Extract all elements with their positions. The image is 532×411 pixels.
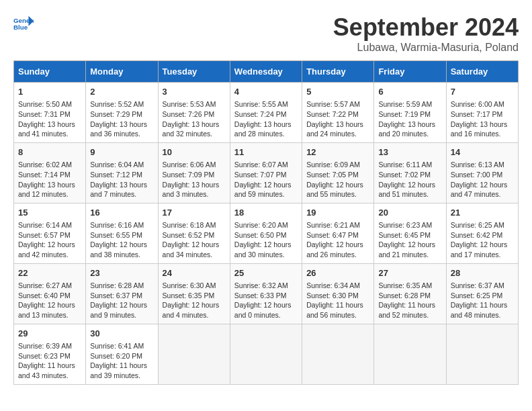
calendar-cell: 7Sunrise: 6:00 AMSunset: 7:17 PMDaylight… bbox=[446, 83, 518, 143]
sunset-text: Sunset: 7:12 PM bbox=[90, 171, 142, 179]
svg-text:Blue: Blue bbox=[13, 24, 28, 31]
sunset-text: Sunset: 7:14 PM bbox=[18, 171, 71, 179]
sunset-text: Sunset: 6:25 PM bbox=[451, 291, 503, 300]
sunset-text: Sunset: 6:47 PM bbox=[306, 231, 359, 239]
sunrise-text: Sunrise: 6:07 AM bbox=[234, 161, 288, 169]
sunrise-text: Sunrise: 6:14 AM bbox=[18, 221, 72, 229]
calendar-cell: 14Sunrise: 6:13 AMSunset: 7:00 PMDayligh… bbox=[446, 142, 518, 203]
sunrise-text: Sunrise: 6:25 AM bbox=[451, 221, 504, 229]
location-title: Lubawa, Warmia-Masuria, Poland bbox=[333, 42, 519, 54]
sunset-text: Sunset: 7:09 PM bbox=[163, 171, 215, 179]
day-number: 20 bbox=[378, 207, 441, 219]
sunset-text: Sunset: 7:00 PM bbox=[451, 171, 503, 179]
sunset-text: Sunset: 7:24 PM bbox=[234, 110, 287, 118]
day-number: 9 bbox=[90, 146, 153, 158]
daylight-text: Daylight: 12 hours and 17 minutes. bbox=[451, 240, 508, 259]
day-number: 21 bbox=[451, 207, 514, 219]
sunrise-text: Sunrise: 6:09 AM bbox=[306, 161, 360, 169]
sunrise-text: Sunrise: 6:13 AM bbox=[451, 161, 504, 169]
day-number: 24 bbox=[163, 267, 226, 279]
calendar-cell: 27Sunrise: 6:35 AMSunset: 6:28 PMDayligh… bbox=[374, 263, 446, 324]
day-number: 22 bbox=[18, 267, 81, 279]
sunrise-text: Sunrise: 6:39 AM bbox=[18, 342, 72, 350]
day-number: 1 bbox=[18, 86, 81, 98]
daylight-text: Daylight: 12 hours and 26 minutes. bbox=[306, 240, 363, 259]
day-number: 30 bbox=[90, 328, 153, 340]
day-number: 27 bbox=[378, 267, 441, 279]
sunset-text: Sunset: 7:07 PM bbox=[234, 171, 287, 179]
daylight-text: Daylight: 12 hours and 34 minutes. bbox=[163, 240, 220, 259]
daylight-text: Daylight: 13 hours and 16 minutes. bbox=[451, 120, 508, 138]
daylight-text: Daylight: 13 hours and 28 minutes. bbox=[234, 120, 292, 138]
day-number: 15 bbox=[18, 207, 81, 219]
calendar-cell: 15Sunrise: 6:14 AMSunset: 6:57 PMDayligh… bbox=[14, 203, 86, 263]
sunset-text: Sunset: 6:23 PM bbox=[18, 352, 71, 360]
daylight-text: Daylight: 12 hours and 9 minutes. bbox=[90, 301, 147, 319]
calendar-cell: 3Sunrise: 5:53 AMSunset: 7:26 PMDaylight… bbox=[158, 83, 230, 143]
sunrise-text: Sunrise: 6:28 AM bbox=[90, 281, 144, 289]
header: General Blue September 2024 Lubawa, Warm… bbox=[13, 13, 519, 54]
sunrise-text: Sunrise: 6:41 AM bbox=[90, 342, 144, 350]
sunrise-text: Sunrise: 6:23 AM bbox=[378, 221, 432, 229]
calendar-cell: 26Sunrise: 6:34 AMSunset: 6:30 PMDayligh… bbox=[302, 263, 374, 324]
calendar-cell bbox=[374, 324, 446, 384]
sunset-text: Sunset: 7:05 PM bbox=[306, 171, 359, 179]
sunset-text: Sunset: 6:37 PM bbox=[90, 291, 142, 300]
daylight-text: Daylight: 12 hours and 4 minutes. bbox=[163, 301, 220, 319]
day-number: 23 bbox=[90, 267, 153, 279]
day-number: 8 bbox=[18, 146, 81, 158]
weekday-header-saturday: Saturday bbox=[446, 61, 518, 83]
calendar-cell bbox=[446, 324, 518, 384]
weekday-header-wednesday: Wednesday bbox=[230, 61, 302, 83]
sunset-text: Sunset: 6:40 PM bbox=[18, 291, 71, 300]
day-number: 10 bbox=[163, 146, 226, 158]
calendar-cell: 16Sunrise: 6:16 AMSunset: 6:55 PMDayligh… bbox=[86, 203, 158, 263]
day-number: 3 bbox=[163, 86, 226, 98]
weekday-header-sunday: Sunday bbox=[14, 61, 86, 83]
calendar-cell: 19Sunrise: 6:21 AMSunset: 6:47 PMDayligh… bbox=[302, 203, 374, 263]
sunrise-text: Sunrise: 6:37 AM bbox=[451, 281, 504, 289]
calendar-cell: 20Sunrise: 6:23 AMSunset: 6:45 PMDayligh… bbox=[374, 203, 446, 263]
weekday-header-monday: Monday bbox=[86, 61, 158, 83]
calendar-cell: 24Sunrise: 6:30 AMSunset: 6:35 PMDayligh… bbox=[158, 263, 230, 324]
week-row-1: 1Sunrise: 5:50 AMSunset: 7:31 PMDaylight… bbox=[14, 83, 519, 143]
daylight-text: Daylight: 12 hours and 59 minutes. bbox=[234, 181, 292, 199]
daylight-text: Daylight: 11 hours and 39 minutes. bbox=[90, 361, 147, 379]
daylight-text: Daylight: 12 hours and 47 minutes. bbox=[451, 181, 508, 199]
calendar-cell: 12Sunrise: 6:09 AMSunset: 7:05 PMDayligh… bbox=[302, 142, 374, 203]
week-row-2: 8Sunrise: 6:02 AMSunset: 7:14 PMDaylight… bbox=[14, 142, 519, 203]
daylight-text: Daylight: 12 hours and 55 minutes. bbox=[306, 181, 363, 199]
month-title: September 2024 bbox=[333, 13, 519, 42]
calendar-cell: 23Sunrise: 6:28 AMSunset: 6:37 PMDayligh… bbox=[86, 263, 158, 324]
day-number: 7 bbox=[451, 86, 514, 98]
sunset-text: Sunset: 6:50 PM bbox=[234, 231, 287, 239]
day-number: 4 bbox=[234, 86, 298, 98]
sunset-text: Sunset: 7:26 PM bbox=[163, 110, 215, 118]
sunrise-text: Sunrise: 6:06 AM bbox=[163, 161, 216, 169]
day-number: 11 bbox=[234, 146, 298, 158]
day-number: 26 bbox=[306, 267, 369, 279]
sunrise-text: Sunrise: 6:21 AM bbox=[306, 221, 360, 229]
sunrise-text: Sunrise: 6:32 AM bbox=[234, 281, 288, 289]
sunset-text: Sunset: 6:57 PM bbox=[18, 231, 71, 239]
calendar-cell: 22Sunrise: 6:27 AMSunset: 6:40 PMDayligh… bbox=[14, 263, 86, 324]
calendar-cell: 28Sunrise: 6:37 AMSunset: 6:25 PMDayligh… bbox=[446, 263, 518, 324]
sunset-text: Sunset: 7:29 PM bbox=[90, 110, 142, 118]
sunset-text: Sunset: 6:28 PM bbox=[378, 291, 431, 300]
day-number: 17 bbox=[163, 207, 226, 219]
calendar-cell: 13Sunrise: 6:11 AMSunset: 7:02 PMDayligh… bbox=[374, 142, 446, 203]
week-row-4: 22Sunrise: 6:27 AMSunset: 6:40 PMDayligh… bbox=[14, 263, 519, 324]
sunrise-text: Sunrise: 5:52 AM bbox=[90, 100, 144, 108]
day-number: 18 bbox=[234, 207, 298, 219]
day-number: 2 bbox=[90, 86, 153, 98]
calendar-cell: 9Sunrise: 6:04 AMSunset: 7:12 PMDaylight… bbox=[86, 142, 158, 203]
sunset-text: Sunset: 6:55 PM bbox=[90, 231, 142, 239]
weekday-header-tuesday: Tuesday bbox=[158, 61, 230, 83]
logo: General Blue bbox=[13, 13, 34, 34]
sunset-text: Sunset: 7:31 PM bbox=[18, 110, 71, 118]
calendar-cell bbox=[302, 324, 374, 384]
sunset-text: Sunset: 7:02 PM bbox=[378, 171, 431, 179]
weekday-header-thursday: Thursday bbox=[302, 61, 374, 83]
sunset-text: Sunset: 6:45 PM bbox=[378, 231, 431, 239]
calendar-cell: 6Sunrise: 5:59 AMSunset: 7:19 PMDaylight… bbox=[374, 83, 446, 143]
